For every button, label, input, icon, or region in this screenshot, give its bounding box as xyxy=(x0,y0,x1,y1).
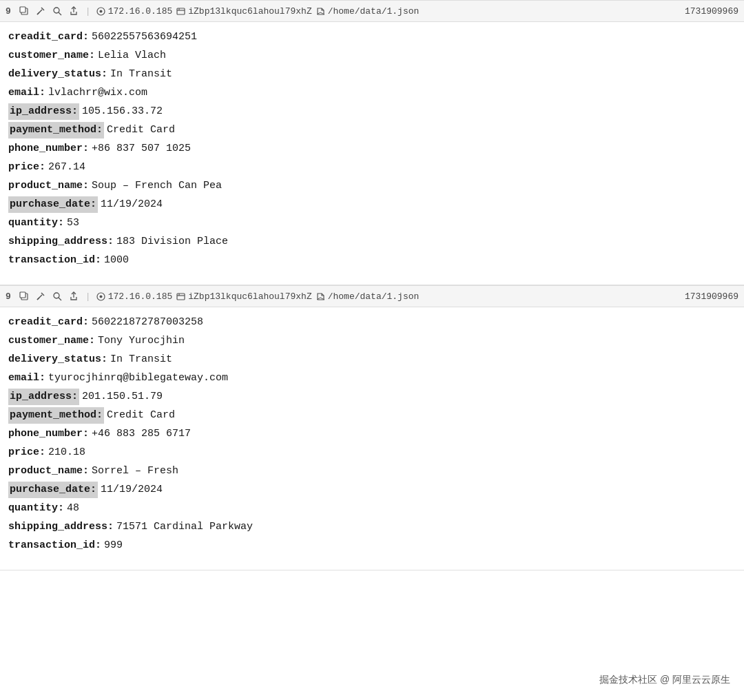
svg-rect-10 xyxy=(177,8,185,14)
record-number-2: 9 xyxy=(6,291,11,302)
separator-2: | xyxy=(85,291,91,302)
toolbar-1: 9 xyxy=(0,0,744,22)
toolbar-session-1: iZbp13lkquc6lahoul79xhZ xyxy=(176,6,311,17)
session-id-2: iZbp13lkquc6lahoul79xhZ xyxy=(188,291,311,302)
toolbar-timestamp-2: 1731909969 xyxy=(685,291,738,302)
record-block-1: 9 xyxy=(0,0,744,285)
field-value-customer-name-2: Tony Yurocjhin xyxy=(98,333,185,349)
svg-point-24 xyxy=(99,295,102,298)
field-row-phone-number-1: phone_number: +86 837 507 1025 xyxy=(8,141,736,157)
export-icon-1[interactable] xyxy=(68,5,80,17)
field-key-ip-address-2: ip_address: xyxy=(8,389,79,405)
field-row-payment-method-1: payment_method: Credit Card xyxy=(8,122,736,138)
field-key-phone-number-2: phone_number: xyxy=(8,426,89,442)
field-row-ip-address-1: ip_address: 105.156.33.72 xyxy=(8,103,736,120)
search-icon-1[interactable] xyxy=(51,5,63,17)
field-key-delivery-status-2: delivery_status: xyxy=(8,351,107,368)
svg-line-21 xyxy=(59,298,61,300)
field-value-customer-name-1: Lelia Vlach xyxy=(98,48,166,64)
field-row-delivery-status-2: delivery_status: In Transit xyxy=(8,351,736,368)
field-key-ip-address-1: ip_address: xyxy=(8,103,79,120)
toolbar-session-2: iZbp13lkquc6lahoul79xhZ xyxy=(176,291,311,302)
field-value-email-1: lvlachrr@wix.com xyxy=(48,85,147,101)
toolbar-timestamp-1: 1731909969 xyxy=(685,6,738,17)
toolbar-2: 9 xyxy=(0,285,744,307)
file-path-1: /home/data/1.json xyxy=(328,6,420,17)
tools-icon-2[interactable] xyxy=(34,290,47,302)
field-value-purchase-date-1: 11/19/2024 xyxy=(101,196,163,213)
field-row-shipping-address-2: shipping_address: 71571 Cardinal Parkway xyxy=(8,519,736,535)
field-value-phone-number-1: +86 837 507 1025 xyxy=(92,141,191,157)
field-value-credit-card-1: 56022557563694251 xyxy=(92,29,197,45)
field-value-quantity-1: 53 xyxy=(67,215,79,231)
field-row-customer-name-1: customer_name: Lelia Vlach xyxy=(8,48,736,64)
field-value-ip-address-1: 105.156.33.72 xyxy=(82,103,163,120)
field-value-shipping-address-2: 71571 Cardinal Parkway xyxy=(116,519,253,535)
field-key-transaction-id-2: transaction_id: xyxy=(8,537,101,554)
field-value-payment-method-1: Credit Card xyxy=(107,122,175,138)
field-value-payment-method-2: Credit Card xyxy=(107,407,175,424)
field-value-price-1: 267.14 xyxy=(48,159,85,176)
field-row-quantity-2: quantity: 48 xyxy=(8,500,736,517)
field-value-credit-card-2: 560221872787003258 xyxy=(92,314,203,331)
svg-rect-25 xyxy=(177,294,185,300)
session-id-1: iZbp13lkquc6lahoul79xhZ xyxy=(188,6,311,17)
toolbar-file-2: /home/data/1.json xyxy=(316,291,420,302)
field-key-customer-name-2: customer_name: xyxy=(8,333,95,349)
file-path-2: /home/data/1.json xyxy=(328,291,420,302)
field-key-purchase-date-1: purchase_date: xyxy=(8,196,98,213)
search-icon-2[interactable] xyxy=(51,290,63,302)
field-key-shipping-address-1: shipping_address: xyxy=(8,234,114,250)
field-row-delivery-status-1: delivery_status: In Transit xyxy=(8,66,736,83)
field-key-credit-card-2: creadit_card: xyxy=(8,314,89,331)
field-value-purchase-date-2: 11/19/2024 xyxy=(101,482,163,498)
field-row-transaction-id-1: transaction_id: 1000 xyxy=(8,252,736,269)
field-key-transaction-id-1: transaction_id: xyxy=(8,252,101,269)
copy-icon-2[interactable] xyxy=(18,290,30,302)
field-row-customer-name-2: customer_name: Tony Yurocjhin xyxy=(8,333,736,349)
tools-icon-1[interactable] xyxy=(34,5,47,17)
field-key-product-name-1: product_name: xyxy=(8,178,89,194)
field-key-delivery-status-1: delivery_status: xyxy=(8,66,107,83)
record-number-1: 9 xyxy=(6,6,11,17)
record-fields-1: creadit_card: 56022557563694251 customer… xyxy=(0,22,744,279)
field-row-quantity-1: quantity: 53 xyxy=(8,215,736,231)
record-fields-2: creadit_card: 560221872787003258 custome… xyxy=(0,307,744,564)
export-icon-2[interactable] xyxy=(68,290,80,302)
field-row-email-1: email: lvlachrr@wix.com xyxy=(8,85,736,101)
field-row-product-name-1: product_name: Soup – French Can Pea xyxy=(8,178,736,194)
field-value-quantity-2: 48 xyxy=(67,500,79,517)
svg-line-19 xyxy=(37,298,39,300)
ip-address-2: 172.16.0.185 xyxy=(108,291,173,302)
separator-1: | xyxy=(85,6,91,17)
field-key-phone-number-1: phone_number: xyxy=(8,141,89,157)
field-value-phone-number-2: +46 883 285 6717 xyxy=(92,426,191,442)
field-row-price-1: price: 267.14 xyxy=(8,159,736,176)
svg-point-5 xyxy=(54,8,59,13)
field-value-delivery-status-1: In Transit xyxy=(110,66,172,83)
svg-rect-16 xyxy=(20,292,25,298)
field-key-price-1: price: xyxy=(8,159,45,176)
field-key-shipping-address-2: shipping_address: xyxy=(8,519,114,535)
svg-point-9 xyxy=(99,10,102,12)
field-key-product-name-2: product_name: xyxy=(8,463,89,480)
field-key-payment-method-1: payment_method: xyxy=(8,122,104,138)
field-key-payment-method-2: payment_method: xyxy=(8,407,104,424)
svg-line-4 xyxy=(37,12,39,14)
field-key-credit-card-1: creadit_card: xyxy=(8,29,89,45)
field-value-email-2: tyurocjhinrq@biblegateway.com xyxy=(48,370,228,387)
field-row-transaction-id-2: transaction_id: 999 xyxy=(8,537,736,554)
field-key-email-1: email: xyxy=(8,85,45,101)
field-value-transaction-id-2: 999 xyxy=(104,537,123,554)
field-key-price-2: price: xyxy=(8,444,45,461)
field-row-product-name-2: product_name: Sorrel – Fresh xyxy=(8,463,736,480)
field-row-credit-card-1: creadit_card: 56022557563694251 xyxy=(8,29,736,45)
field-row-phone-number-2: phone_number: +46 883 285 6717 xyxy=(8,426,736,442)
field-key-quantity-2: quantity: xyxy=(8,500,64,517)
copy-icon-1[interactable] xyxy=(18,5,30,17)
page-container: 9 xyxy=(0,0,744,570)
field-key-quantity-1: quantity: xyxy=(8,215,64,231)
toolbar-file-1: /home/data/1.json xyxy=(316,6,420,17)
field-value-product-name-1: Soup – French Can Pea xyxy=(92,178,222,194)
field-row-price-2: price: 210.18 xyxy=(8,444,736,461)
